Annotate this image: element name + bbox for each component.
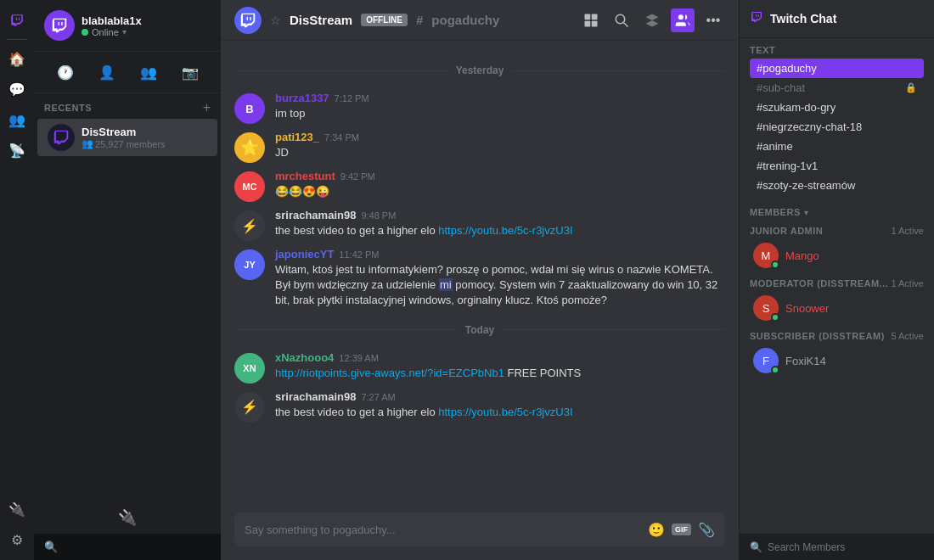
message-group: JY japoniecYT 11:42 PM Witam, ktoś jest … [234, 246, 725, 311]
message-content: burza1337 7:12 PM im top [275, 92, 725, 124]
section-count: 1 Active [891, 278, 924, 288]
message-text: Witam, ktoś jest tu informatykiem? prosz… [275, 262, 725, 309]
gif-button[interactable]: GIF [672, 524, 691, 535]
members-list-icon[interactable] [671, 8, 695, 32]
message-group: ⭐ pati123_ 7:34 PM JD [234, 129, 725, 165]
message-username: burza1337 [275, 92, 329, 104]
message-username: srirachamain98 [275, 390, 356, 403]
sidebar-search-input[interactable] [63, 540, 211, 553]
message-link[interactable]: https://youtu.be/5c-r3jvzU3I [438, 224, 572, 237]
message-timestamp: 9:42 PM [340, 171, 375, 182]
member-name: Snoower [785, 302, 829, 315]
date-divider-yesterday: Yesterday [234, 64, 725, 76]
message-group: XN xNazhooo4 12:39 AM http://riotpoints.… [234, 350, 725, 385]
channel-szoty[interactable]: #szoty-ze-streamów [750, 176, 924, 195]
right-panel: Twitch Chat TEXT #pogaduchy #sub-chat 🔒 … [739, 0, 934, 560]
message-username: pati123_ [275, 131, 319, 143]
header-actions: ••• [579, 8, 725, 32]
plugin-sidebar-icon[interactable]: 🔌 [34, 501, 221, 534]
layers-icon[interactable] [640, 8, 664, 32]
right-panel-title: Twitch Chat [770, 12, 836, 25]
message-text: JD [275, 145, 725, 160]
channel-name: DisStream [82, 126, 207, 138]
channel-icon [48, 124, 75, 151]
sidebar-item-disstream[interactable]: DisStream 👥 25,927 members [37, 119, 217, 156]
settings-icon[interactable]: ⚙ [3, 526, 31, 553]
emoji-button[interactable]: 🙂 [648, 522, 665, 538]
message-username: japoniecYT [275, 248, 334, 260]
message-link[interactable]: https://youtu.be/5c-r3jvzU3I [438, 406, 572, 418]
channel-meta: 👥 25,927 members [82, 138, 207, 149]
members-chevron: ▾ [804, 208, 808, 217]
more-options-icon[interactable]: ••• [701, 8, 725, 32]
member-avatar-wrap: M [753, 243, 779, 268]
svg-rect-2 [585, 20, 591, 26]
channel-niegrzeczny[interactable]: #niegrzeczny-chat-18 [750, 117, 924, 137]
members-label: MEMBERS [750, 207, 801, 217]
channel-pogaduchy[interactable]: #pogaduchy [750, 59, 924, 78]
integrations-icon[interactable] [579, 8, 603, 32]
channel-trening[interactable]: #trening-1v1 [750, 156, 924, 176]
plugin-icon[interactable]: 🔌 [3, 496, 31, 523]
search-header-icon[interactable] [610, 8, 633, 32]
member-foxik[interactable]: F FoxiK14 [750, 344, 924, 377]
clock-icon[interactable]: 🕐 [52, 59, 79, 86]
header-channel-name: pogaduchy [431, 13, 499, 27]
home-icon[interactable]: 🏠 [3, 45, 31, 72]
message-content: pati123_ 7:34 PM JD [275, 131, 725, 163]
message-link[interactable]: http://riotpoints.give-aways.net/?id=EZC… [275, 367, 504, 379]
chat-input[interactable] [245, 512, 641, 546]
message-text: the best video to get a higher elo https… [275, 223, 725, 238]
message-timestamp: 9:48 PM [361, 210, 396, 221]
svg-line-5 [623, 22, 627, 26]
channel-szukam[interactable]: #szukam-do-gry [750, 98, 924, 117]
message-group: ⚡ srirachamain98 7:27 AM the best video … [234, 389, 725, 424]
server-name: DisStream [290, 13, 352, 27]
member-status-dot [771, 260, 779, 269]
message-avatar: XN [234, 353, 265, 384]
camera-icon[interactable]: 📷 [177, 59, 204, 86]
message-avatar: JY [234, 249, 265, 280]
message-avatar: B [234, 93, 265, 124]
member-mango[interactable]: M Mango [750, 239, 924, 272]
add-friend-icon[interactable]: 👤 [93, 59, 121, 86]
channel-sub-chat[interactable]: #sub-chat 🔒 [750, 78, 924, 98]
search-icon: 🔍 [44, 540, 58, 553]
twitch-logo[interactable] [3, 7, 31, 34]
video-icon[interactable]: 📡 [3, 137, 31, 164]
star-icon[interactable]: ☆ [270, 14, 281, 27]
channel-hash: # [416, 13, 423, 27]
chat-input-icons: 🙂 GIF 📎 [648, 522, 715, 538]
text-section: TEXT #pogaduchy #sub-chat 🔒 #szukam-do-g… [740, 38, 934, 199]
chat-messages: Yesterday B burza1337 7:12 PM im top ⭐ p… [221, 41, 739, 512]
message-avatar: ⭐ [234, 132, 265, 163]
message-group: ⚡ srirachamain98 9:48 PM the best video … [234, 207, 725, 243]
group-icon[interactable]: 👥 [135, 59, 162, 86]
channel-anime[interactable]: #anime [750, 137, 924, 156]
member-name: FoxiK14 [785, 355, 826, 367]
message-username: srirachamain98 [275, 209, 356, 221]
friends-icon[interactable]: 👥 [3, 106, 31, 133]
sidebar: blablabla1x Online ▾ 🕐 👤 👥 📷 RECENTS + D… [34, 0, 221, 560]
message-timestamp: 7:12 PM [335, 93, 369, 104]
message-text: im top [275, 106, 725, 121]
lock-icon: 🔒 [905, 82, 917, 93]
message-avatar: ⚡ [234, 210, 265, 241]
sidebar-action-icons: 🕐 👤 👥 📷 [34, 52, 221, 93]
sidebar-header: blablabla1x Online ▾ [34, 0, 221, 52]
search-members-icon: 🔍 [750, 541, 762, 553]
chat-icon[interactable]: 💬 [3, 76, 31, 103]
chat-header: ☆ DisStream OFFLINE # pogaduchy ••• [221, 0, 739, 41]
message-timestamp: 7:27 AM [361, 392, 395, 402]
message-text: 😂😂😍😜 [275, 184, 725, 199]
attachment-button[interactable]: 📎 [698, 522, 715, 538]
svg-rect-1 [592, 14, 598, 20]
message-content: mrchestunt 9:42 PM 😂😂😍😜 [275, 170, 725, 202]
member-snoower[interactable]: S Snoower [750, 292, 924, 324]
section-title: SUBSCRIBER (DISSTREAM) [750, 331, 885, 341]
message-content: xNazhooo4 12:39 AM http://riotpoints.giv… [275, 351, 725, 384]
search-members-input[interactable] [768, 541, 924, 553]
add-recent-button[interactable]: + [203, 100, 211, 115]
icon-bar: 🏠 💬 👥 📡 🔌 ⚙ [0, 0, 34, 560]
date-label-today: Today [465, 324, 494, 336]
